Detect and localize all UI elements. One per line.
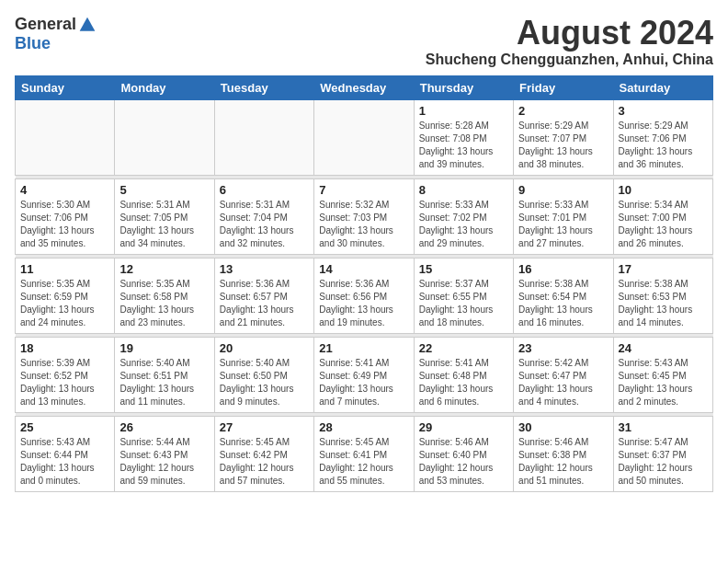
calendar-cell: 16Sunrise: 5:38 AM Sunset: 6:54 PM Dayli… (514, 258, 613, 333)
day-info: Sunrise: 5:30 AM Sunset: 7:06 PM Dayligh… (20, 199, 109, 250)
day-info: Sunrise: 5:33 AM Sunset: 7:01 PM Dayligh… (518, 199, 608, 250)
calendar-cell: 8Sunrise: 5:33 AM Sunset: 7:02 PM Daylig… (414, 178, 513, 254)
day-header-thursday: Thursday (414, 75, 513, 99)
day-header-friday: Friday (514, 75, 613, 99)
calendar-cell: 11Sunrise: 5:35 AM Sunset: 6:59 PM Dayli… (16, 258, 115, 333)
calendar-cell: 28Sunrise: 5:45 AM Sunset: 6:41 PM Dayli… (314, 416, 414, 491)
calendar-cell: 2Sunrise: 5:29 AM Sunset: 7:07 PM Daylig… (514, 99, 613, 175)
calendar-cell: 13Sunrise: 5:36 AM Sunset: 6:57 PM Dayli… (214, 258, 313, 333)
day-number: 27 (220, 420, 309, 434)
day-number: 6 (220, 183, 309, 197)
day-info: Sunrise: 5:43 AM Sunset: 6:44 PM Dayligh… (20, 436, 109, 488)
day-info: Sunrise: 5:29 AM Sunset: 7:07 PM Dayligh… (518, 120, 608, 171)
page-header: General Blue August 2024 Shucheng Chengg… (15, 15, 713, 68)
calendar-cell: 15Sunrise: 5:37 AM Sunset: 6:55 PM Dayli… (414, 258, 513, 333)
day-number: 19 (119, 341, 209, 355)
calendar-cell: 1Sunrise: 5:28 AM Sunset: 7:08 PM Daylig… (414, 99, 513, 175)
calendar-cell: 24Sunrise: 5:43 AM Sunset: 6:45 PM Dayli… (613, 337, 712, 412)
day-number: 17 (619, 262, 708, 276)
day-info: Sunrise: 5:31 AM Sunset: 7:05 PM Dayligh… (119, 199, 209, 250)
day-number: 26 (119, 420, 209, 434)
logo-general-text: General (15, 15, 76, 34)
day-info: Sunrise: 5:36 AM Sunset: 6:57 PM Dayligh… (220, 278, 309, 329)
day-info: Sunrise: 5:32 AM Sunset: 7:03 PM Dayligh… (319, 199, 408, 250)
day-info: Sunrise: 5:47 AM Sunset: 6:37 PM Dayligh… (619, 436, 708, 488)
calendar-cell: 5Sunrise: 5:31 AM Sunset: 7:05 PM Daylig… (115, 178, 214, 254)
calendar-cell: 20Sunrise: 5:40 AM Sunset: 6:50 PM Dayli… (214, 337, 313, 412)
calendar-cell (314, 99, 414, 175)
day-number: 13 (220, 262, 309, 276)
day-number: 7 (319, 183, 408, 197)
day-info: Sunrise: 5:38 AM Sunset: 6:54 PM Dayligh… (518, 278, 608, 329)
calendar-cell: 31Sunrise: 5:47 AM Sunset: 6:37 PM Dayli… (613, 416, 712, 491)
day-header-saturday: Saturday (613, 75, 712, 99)
day-info: Sunrise: 5:41 AM Sunset: 6:49 PM Dayligh… (319, 357, 408, 408)
calendar-cell (214, 99, 313, 175)
day-info: Sunrise: 5:46 AM Sunset: 6:38 PM Dayligh… (518, 436, 608, 488)
calendar-cell: 25Sunrise: 5:43 AM Sunset: 6:44 PM Dayli… (16, 416, 115, 491)
day-info: Sunrise: 5:45 AM Sunset: 6:42 PM Dayligh… (220, 436, 309, 488)
day-info: Sunrise: 5:28 AM Sunset: 7:08 PM Dayligh… (419, 120, 508, 171)
day-number: 4 (20, 183, 109, 197)
calendar-cell: 17Sunrise: 5:38 AM Sunset: 6:53 PM Dayli… (613, 258, 712, 333)
calendar-cell: 3Sunrise: 5:29 AM Sunset: 7:06 PM Daylig… (613, 99, 712, 175)
day-info: Sunrise: 5:36 AM Sunset: 6:56 PM Dayligh… (319, 278, 408, 329)
day-number: 20 (220, 341, 309, 355)
day-number: 2 (518, 104, 608, 118)
day-number: 28 (319, 420, 408, 434)
calendar-header-row: SundayMondayTuesdayWednesdayThursdayFrid… (16, 75, 713, 99)
calendar-cell: 18Sunrise: 5:39 AM Sunset: 6:52 PM Dayli… (16, 337, 115, 412)
day-info: Sunrise: 5:44 AM Sunset: 6:43 PM Dayligh… (119, 436, 209, 488)
day-header-sunday: Sunday (16, 75, 115, 99)
day-header-wednesday: Wednesday (314, 75, 414, 99)
day-number: 10 (619, 183, 708, 197)
calendar-cell: 4Sunrise: 5:30 AM Sunset: 7:06 PM Daylig… (16, 178, 115, 254)
calendar-week-5: 25Sunrise: 5:43 AM Sunset: 6:44 PM Dayli… (16, 416, 713, 491)
month-title: August 2024 (426, 15, 713, 52)
day-number: 3 (619, 104, 708, 118)
day-number: 24 (619, 341, 708, 355)
calendar-week-1: 1Sunrise: 5:28 AM Sunset: 7:08 PM Daylig… (16, 99, 713, 175)
day-header-monday: Monday (115, 75, 214, 99)
day-info: Sunrise: 5:29 AM Sunset: 7:06 PM Dayligh… (619, 120, 708, 171)
day-info: Sunrise: 5:37 AM Sunset: 6:55 PM Dayligh… (419, 278, 508, 329)
calendar-cell: 21Sunrise: 5:41 AM Sunset: 6:49 PM Dayli… (314, 337, 414, 412)
day-info: Sunrise: 5:40 AM Sunset: 6:50 PM Dayligh… (220, 357, 309, 408)
calendar-week-2: 4Sunrise: 5:30 AM Sunset: 7:06 PM Daylig… (16, 178, 713, 254)
logo-blue-text: Blue (15, 34, 51, 53)
calendar-cell: 10Sunrise: 5:34 AM Sunset: 7:00 PM Dayli… (613, 178, 712, 254)
calendar-cell: 7Sunrise: 5:32 AM Sunset: 7:03 PM Daylig… (314, 178, 414, 254)
day-header-tuesday: Tuesday (214, 75, 313, 99)
day-number: 25 (20, 420, 109, 434)
calendar-cell: 26Sunrise: 5:44 AM Sunset: 6:43 PM Dayli… (115, 416, 214, 491)
day-info: Sunrise: 5:43 AM Sunset: 6:45 PM Dayligh… (619, 357, 708, 408)
day-number: 5 (119, 183, 209, 197)
logo-icon (78, 16, 97, 34)
day-number: 16 (518, 262, 608, 276)
title-block: August 2024 Shucheng Chengguanzhen, Anhu… (426, 15, 713, 68)
day-number: 1 (419, 104, 508, 118)
day-number: 18 (20, 341, 109, 355)
day-number: 31 (619, 420, 708, 434)
day-info: Sunrise: 5:34 AM Sunset: 7:00 PM Dayligh… (619, 199, 708, 250)
day-number: 29 (419, 420, 508, 434)
calendar-cell: 30Sunrise: 5:46 AM Sunset: 6:38 PM Dayli… (514, 416, 613, 491)
logo: General Blue (15, 15, 97, 53)
calendar-week-4: 18Sunrise: 5:39 AM Sunset: 6:52 PM Dayli… (16, 337, 713, 412)
day-number: 30 (518, 420, 608, 434)
calendar-cell: 29Sunrise: 5:46 AM Sunset: 6:40 PM Dayli… (414, 416, 513, 491)
calendar-cell (16, 99, 115, 175)
day-info: Sunrise: 5:45 AM Sunset: 6:41 PM Dayligh… (319, 436, 408, 488)
day-info: Sunrise: 5:38 AM Sunset: 6:53 PM Dayligh… (619, 278, 708, 329)
calendar-week-3: 11Sunrise: 5:35 AM Sunset: 6:59 PM Dayli… (16, 258, 713, 333)
calendar-cell (115, 99, 214, 175)
calendar-cell: 23Sunrise: 5:42 AM Sunset: 6:47 PM Dayli… (514, 337, 613, 412)
day-info: Sunrise: 5:46 AM Sunset: 6:40 PM Dayligh… (419, 436, 508, 488)
calendar-cell: 6Sunrise: 5:31 AM Sunset: 7:04 PM Daylig… (214, 178, 313, 254)
svg-marker-0 (80, 17, 96, 30)
location-subtitle: Shucheng Chengguanzhen, Anhui, China (426, 52, 713, 68)
day-number: 8 (419, 183, 508, 197)
calendar-cell: 9Sunrise: 5:33 AM Sunset: 7:01 PM Daylig… (514, 178, 613, 254)
day-info: Sunrise: 5:35 AM Sunset: 6:58 PM Dayligh… (119, 278, 209, 329)
calendar-cell: 12Sunrise: 5:35 AM Sunset: 6:58 PM Dayli… (115, 258, 214, 333)
